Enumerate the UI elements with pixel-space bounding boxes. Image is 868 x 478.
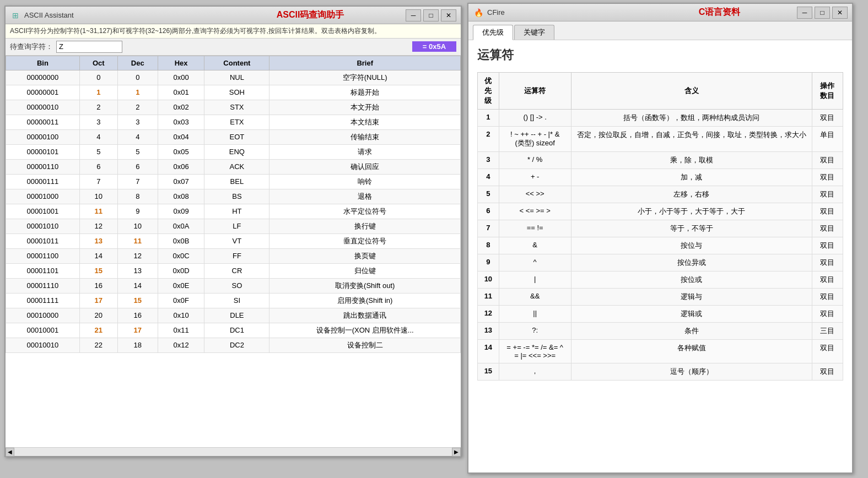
cell-oct: 3 — [79, 115, 117, 129]
cell-bin: 00001110 — [6, 278, 80, 293]
cell-operands: 双目 — [812, 237, 843, 254]
cell-dec: 13 — [117, 263, 158, 278]
cell-brief: 确认回应 — [269, 159, 461, 174]
left-minimize-button[interactable]: ─ — [406, 9, 421, 21]
scroll-track[interactable] — [14, 448, 452, 456]
operator-row: 15 , 逗号（顺序） 双目 — [478, 363, 843, 381]
cell-bin: 00000111 — [6, 174, 80, 189]
cell-oct: 7 — [79, 174, 117, 189]
cell-dec: 18 — [117, 338, 158, 352]
cell-brief: 取消变换(Shift out) — [269, 278, 461, 293]
cell-content: DC1 — [204, 323, 269, 338]
right-minimize-button[interactable]: ─ — [797, 7, 812, 19]
cell-priority: 12 — [478, 306, 499, 323]
cell-operands: 双目 — [812, 220, 843, 237]
cell-operands: 双目 — [812, 110, 843, 127]
col-operands-header: 操作数目 — [812, 73, 843, 110]
table-row: 00010001 21 17 0x11 DC1 设备控制一(XON 启用软件速.… — [6, 323, 461, 338]
cell-operator: , — [499, 363, 571, 381]
right-close-button[interactable]: ✕ — [832, 7, 848, 19]
right-table-header-row: 优先级 运算符 含义 操作数目 — [478, 73, 843, 110]
cell-content: HT — [204, 204, 269, 219]
operator-row: 13 ?: 条件 三目 — [478, 323, 843, 340]
cell-hex: 0x03 — [158, 115, 204, 129]
cell-dec: 17 — [117, 323, 158, 338]
left-close-button[interactable]: ✕ — [441, 9, 456, 21]
cell-brief: 启用变换(Shift in) — [269, 293, 461, 308]
cell-brief: 传输结束 — [269, 129, 461, 144]
scroll-right-arrow[interactable]: ▶ — [452, 448, 461, 457]
cell-brief: 换页键 — [269, 248, 461, 263]
col-dec: Dec — [117, 56, 158, 70]
cell-content: LF — [204, 219, 269, 233]
cell-priority: 15 — [478, 363, 499, 381]
cell-dec: 5 — [117, 144, 158, 159]
cell-meaning: 各种赋值 — [571, 340, 812, 363]
cell-meaning: 逻辑与 — [571, 289, 812, 306]
scroll-left-arrow[interactable]: ◀ — [6, 448, 14, 457]
cell-content: SO — [204, 278, 269, 293]
left-window: ⊞ ASCII Assistant ASCII码查询助手 ─ □ ✕ ASCII… — [4, 6, 462, 457]
cell-operands: 双目 — [812, 271, 843, 289]
operator-table: 优先级 运算符 含义 操作数目 1 () [] -> . 括号（函数等），数组，… — [477, 72, 843, 381]
cell-operator: || — [499, 306, 571, 323]
table-row: 00000100 4 4 0x04 EOT 传输结束 — [6, 129, 461, 144]
query-input[interactable] — [56, 41, 122, 53]
cell-meaning: 按位异或 — [571, 254, 812, 271]
operator-row: 7 == != 等于，不等于 双目 — [478, 220, 843, 237]
section-title: 运算符 — [477, 47, 843, 66]
cell-oct: 4 — [79, 129, 117, 144]
query-bar: 待查询字符： = 0x5A — [6, 39, 461, 56]
cell-hex: 0x0B — [158, 233, 204, 248]
cell-dec: 11 — [117, 233, 158, 248]
cell-oct: 0 — [79, 70, 117, 85]
table-row: 00001001 11 9 0x09 HT 水平定位符号 — [6, 204, 461, 219]
cell-content: BS — [204, 189, 269, 204]
col-brief: Brief — [269, 56, 461, 70]
cell-operator: && — [499, 289, 571, 306]
cell-operator: & — [499, 237, 571, 254]
cell-operator: == != — [499, 220, 571, 237]
cell-brief: 请求 — [269, 144, 461, 159]
table-row: 00001011 13 11 0x0B VT 垂直定位符号 — [6, 233, 461, 248]
right-maximize-button[interactable]: □ — [815, 7, 830, 19]
operator-row: 5 << >> 左移，右移 双目 — [478, 186, 843, 203]
cell-dec: 7 — [117, 174, 158, 189]
cell-priority: 8 — [478, 237, 499, 254]
tab-keywords[interactable]: 关键字 — [514, 25, 554, 40]
cell-bin: 00001100 — [6, 248, 80, 263]
cell-operator: + - — [499, 169, 571, 186]
cell-bin: 00001001 — [6, 204, 80, 219]
cell-hex: 0x05 — [158, 144, 204, 159]
cell-operands: 双目 — [812, 152, 843, 169]
table-row: 00001101 15 13 0x0D CR 归位键 — [6, 263, 461, 278]
cell-hex: 0x0E — [158, 278, 204, 293]
cell-priority: 7 — [478, 220, 499, 237]
cell-content: VT — [204, 233, 269, 248]
cell-content: EOT — [204, 129, 269, 144]
col-meaning-header: 含义 — [571, 73, 812, 110]
cell-operator: ^ — [499, 254, 571, 271]
cell-brief: 响铃 — [269, 174, 461, 189]
query-result: = 0x5A — [412, 41, 456, 52]
cell-bin: 00001010 — [6, 219, 80, 233]
info-bar: ASCII字符分为控制字符(1~31,127)和可视字符(32~126)两部分,… — [6, 24, 461, 39]
cell-brief: 退格 — [269, 189, 461, 204]
cell-oct: 16 — [79, 278, 117, 293]
table-row: 00000010 2 2 0x02 STX 本文开始 — [6, 100, 461, 115]
tab-priority[interactable]: 优先级 — [473, 25, 513, 40]
table-row: 00001010 12 10 0x0A LF 换行键 — [6, 219, 461, 233]
operator-row: 12 || 逻辑或 双目 — [478, 306, 843, 323]
cell-hex: 0x01 — [158, 85, 204, 100]
left-app-name: ASCII Assistant — [24, 11, 215, 19]
cell-operator: | — [499, 271, 571, 289]
cell-content: ENQ — [204, 144, 269, 159]
operator-row: 10 | 按位或 双目 — [478, 271, 843, 289]
cell-meaning: 否定，按位取反，自增，自减，正负号，间接，取址，类型转换，求大小 — [571, 127, 812, 152]
left-maximize-button[interactable]: □ — [423, 9, 439, 21]
cell-bin: 00000010 — [6, 100, 80, 115]
col-bin: Bin — [6, 56, 80, 70]
cell-operands: 双目 — [812, 186, 843, 203]
cell-dec: 12 — [117, 248, 158, 263]
cell-bin: 00000100 — [6, 129, 80, 144]
